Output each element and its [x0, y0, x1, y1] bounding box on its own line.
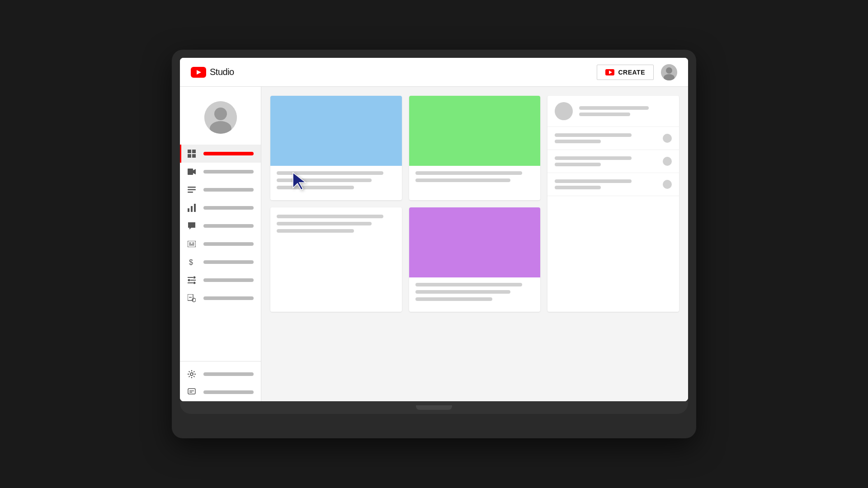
customization-label	[203, 278, 254, 282]
card-line	[415, 178, 510, 182]
list-line	[579, 113, 630, 116]
list-row-lines	[555, 133, 657, 143]
svg-rect-21	[189, 243, 191, 244]
card-line	[277, 186, 354, 189]
video-card-2[interactable]	[409, 96, 541, 200]
audio-label	[203, 296, 254, 300]
topbar: Studio CREATE	[180, 58, 688, 87]
youtube-logo-icon	[191, 67, 206, 78]
list-line	[555, 140, 601, 143]
audio-icon	[187, 294, 196, 303]
list-row[interactable]	[547, 150, 679, 173]
monetization-label	[203, 260, 254, 264]
sidebar-item-subtitles[interactable]	[180, 235, 261, 253]
list-row[interactable]	[547, 127, 679, 150]
svg-point-33	[192, 298, 196, 302]
card-body-2	[409, 166, 541, 193]
sidebar-item-dashboard[interactable]	[180, 145, 261, 163]
sidebar-avatar-section	[180, 94, 261, 145]
create-button[interactable]: CREATE	[597, 65, 654, 80]
active-indicator	[180, 145, 181, 163]
svg-point-28	[188, 279, 190, 282]
playlists-label	[203, 188, 254, 192]
card-line	[277, 215, 383, 218]
card-line	[415, 171, 522, 175]
sidebar-item-audio[interactable]	[180, 289, 261, 307]
laptop-screen: Studio CREATE	[180, 58, 688, 401]
list-line	[555, 186, 601, 189]
channel-avatar[interactable]	[204, 101, 237, 134]
topbar-right: CREATE	[597, 64, 677, 80]
channel-list-card[interactable]	[547, 96, 679, 312]
comments-label	[203, 224, 254, 228]
create-video-icon	[605, 69, 614, 75]
card-body-1	[270, 166, 402, 200]
card-line	[277, 222, 372, 225]
sidebar-item-playlists[interactable]	[180, 181, 261, 199]
sidebar-item-monetization[interactable]: $	[180, 253, 261, 271]
svg-rect-15	[188, 189, 196, 191]
laptop-frame: Studio CREATE	[172, 50, 696, 438]
list-header-lines	[579, 106, 672, 116]
svg-rect-22	[192, 243, 194, 244]
settings-label	[203, 372, 254, 376]
svg-text:$: $	[189, 258, 193, 266]
svg-rect-35	[188, 389, 195, 394]
list-card-header	[547, 96, 679, 127]
card-line	[415, 297, 493, 301]
sidebar-item-content[interactable]	[180, 163, 261, 181]
thumbnail-purple	[409, 207, 541, 277]
settings-icon	[187, 370, 196, 379]
svg-rect-20	[188, 241, 196, 247]
svg-rect-16	[188, 192, 193, 193]
video-card-5[interactable]	[409, 207, 541, 312]
svg-rect-19	[194, 204, 196, 212]
subtitles-icon	[187, 239, 196, 249]
list-line	[579, 106, 648, 110]
playlist-icon	[187, 185, 196, 194]
feedback-label	[203, 390, 254, 394]
svg-rect-8	[188, 150, 191, 153]
sidebar-item-settings[interactable]	[180, 365, 261, 383]
list-row-lines	[555, 179, 657, 189]
user-avatar-icon	[661, 64, 677, 80]
svg-rect-12	[188, 169, 193, 175]
customization-icon	[187, 276, 196, 285]
sidebar-nav: $	[180, 145, 261, 307]
laptop-base	[180, 401, 688, 414]
sidebar-item-customization[interactable]	[180, 271, 261, 289]
analytics-icon	[187, 203, 196, 212]
comments-icon	[187, 221, 196, 230]
subtitles-label	[203, 242, 254, 246]
sidebar-item-comments[interactable]	[180, 217, 261, 235]
content-area	[261, 87, 688, 401]
list-row-lines	[555, 156, 657, 166]
svg-point-3	[666, 67, 672, 74]
thumbnail-blue	[270, 96, 402, 166]
list-line	[555, 156, 632, 160]
card-body-4	[270, 207, 402, 244]
analytics-label	[203, 206, 254, 210]
video-card-1[interactable]	[270, 96, 402, 200]
card-line	[277, 171, 383, 175]
svg-rect-14	[188, 187, 196, 188]
content-label	[203, 170, 254, 174]
user-avatar-button[interactable]	[661, 64, 677, 80]
logo-area: Studio	[191, 67, 234, 78]
sidebar-item-analytics[interactable]	[180, 199, 261, 217]
studio-label: Studio	[210, 67, 234, 77]
list-line	[555, 133, 632, 137]
list-line	[555, 179, 632, 183]
svg-rect-18	[191, 206, 193, 212]
list-row[interactable]	[547, 173, 679, 196]
card-line	[277, 229, 354, 233]
list-row-indicator	[663, 134, 672, 143]
dashboard-icon	[187, 149, 196, 158]
video-card-4[interactable]	[270, 207, 402, 312]
svg-point-26	[193, 277, 196, 279]
create-label: CREATE	[618, 69, 645, 76]
laptop-notch	[416, 405, 452, 410]
sidebar-item-feedback[interactable]	[180, 383, 261, 401]
svg-rect-10	[188, 154, 191, 158]
list-avatar	[555, 102, 573, 120]
